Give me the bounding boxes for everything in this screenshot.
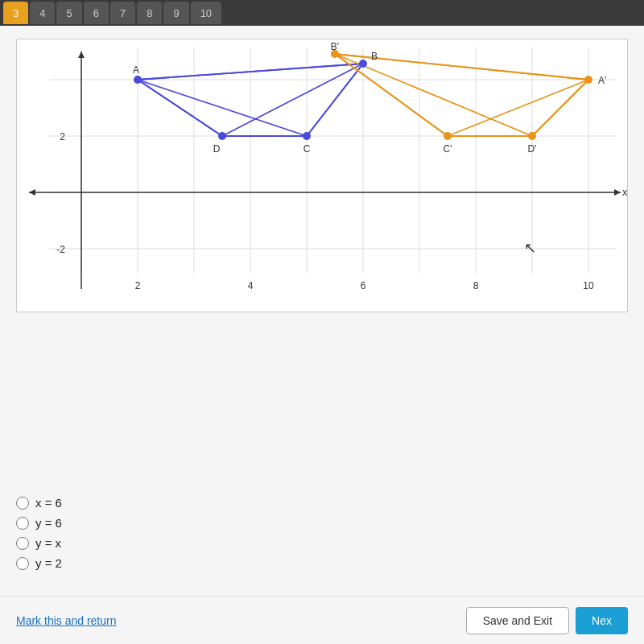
tab-7[interactable]: 7 — [110, 2, 135, 24]
label-A: A — [133, 64, 139, 76]
radio-2[interactable] — [16, 517, 29, 530]
answer-choice-1: x = 6 — [16, 496, 628, 510]
tab-3[interactable]: 3 — [3, 2, 28, 24]
point-B — [359, 60, 367, 68]
answer-choice-2: y = 6 — [16, 516, 628, 530]
save-exit-button[interactable]: Save and Exit — [466, 607, 569, 634]
svg-marker-15 — [614, 189, 621, 196]
tab-8[interactable]: 8 — [137, 2, 162, 24]
x-label-8: 8 — [473, 280, 479, 291]
answer-label-1: x = 6 — [35, 496, 62, 510]
graph-svg: x 2 -2 2 4 6 8 10 — [17, 39, 629, 313]
y-label-2: 2 — [60, 131, 65, 142]
label-Bprime: B' — [331, 41, 339, 52]
tab-4[interactable]: 4 — [30, 2, 55, 24]
svg-line-31 — [335, 54, 448, 136]
point-Aprime — [584, 76, 592, 84]
svg-marker-19 — [29, 189, 35, 196]
y-label-neg2: -2 — [56, 244, 65, 255]
btn-group: Save and Exit Nex — [466, 607, 628, 634]
next-button[interactable]: Nex — [576, 607, 628, 634]
svg-line-33 — [448, 80, 588, 136]
x-label-6: 6 — [361, 280, 366, 291]
point-Dprime — [528, 132, 536, 140]
mark-return-link[interactable]: Mark this and return — [16, 614, 117, 627]
point-Cprime — [444, 132, 452, 140]
radio-1[interactable] — [16, 497, 29, 510]
tab-9[interactable]: 9 — [163, 2, 188, 24]
svg-line-26 — [222, 64, 363, 136]
svg-marker-17 — [78, 52, 85, 58]
label-C: C — [303, 143, 311, 155]
point-C — [303, 132, 311, 140]
point-A — [134, 76, 142, 84]
svg-line-25 — [138, 80, 307, 136]
label-Dprime: D' — [528, 143, 537, 155]
radio-4[interactable] — [16, 557, 29, 570]
tab-bar: 3 4 5 6 7 8 9 10 — [0, 0, 644, 26]
label-Aprime: A' — [598, 75, 606, 86]
radio-3[interactable] — [16, 537, 29, 550]
x-axis-label: x — [622, 186, 628, 198]
answer-label-2: y = 6 — [35, 516, 62, 530]
bottom-bar: Mark this and return Save and Exit Nex — [0, 596, 644, 644]
x-label-10: 10 — [583, 280, 594, 291]
x-label-2: 2 — [135, 280, 141, 291]
main-content: x 2 -2 2 4 6 8 10 — [0, 26, 644, 477]
cursor-icon: ↖ — [524, 240, 536, 256]
tab-6[interactable]: 6 — [84, 2, 109, 24]
answer-label-3: y = x — [35, 536, 61, 550]
tab-10[interactable]: 10 — [191, 2, 221, 24]
label-D: D — [213, 143, 221, 155]
svg-line-22 — [138, 80, 222, 136]
x-label-4: 4 — [248, 280, 254, 291]
tab-5[interactable]: 5 — [56, 2, 81, 24]
answer-label-4: y = 2 — [35, 556, 62, 570]
label-B: B — [371, 51, 378, 62]
label-Cprime: C' — [444, 143, 452, 155]
answer-choices: x = 6 y = 6 y = x y = 2 — [0, 477, 644, 605]
svg-line-24 — [307, 64, 363, 136]
point-D — [218, 132, 226, 140]
graph-container: x 2 -2 2 4 6 8 10 — [16, 39, 628, 312]
svg-line-29 — [532, 80, 588, 136]
answer-choice-4: y = 2 — [16, 556, 628, 570]
answer-choice-3: y = x — [16, 536, 628, 550]
